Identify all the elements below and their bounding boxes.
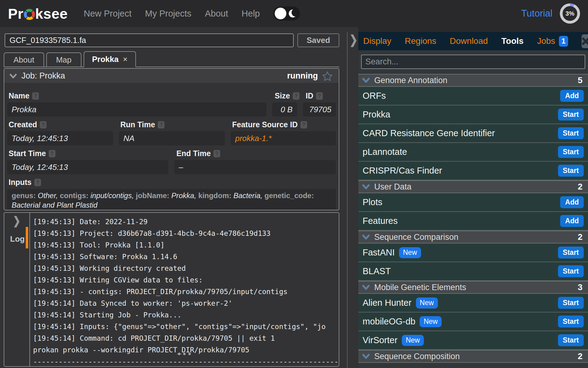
section-count: 3 [578, 282, 582, 292]
tutorial-link[interactable]: Tutorial [521, 8, 552, 19]
start-button-blast[interactable]: Start [558, 265, 584, 277]
tab-label: About [13, 55, 34, 65]
nav-link-about[interactable]: About [205, 9, 228, 19]
start-button-card-resistance-gene-identifier[interactable]: Start [558, 127, 584, 139]
log-rail: ❯ Log [4, 213, 29, 366]
favorite-star-icon[interactable] [322, 71, 333, 81]
add-button-orfs[interactable]: Add [560, 90, 584, 102]
sidebar-tab-label: Regions [405, 36, 436, 46]
expand-panel-chevron-icon[interactable]: ❯ [349, 32, 358, 47]
project-name-input[interactable] [5, 33, 294, 47]
add-button-features[interactable]: Add [560, 215, 584, 227]
job-fields: Name? Size? ID? Prokka 0 B 79705 [4, 83, 339, 210]
start-button-prokka[interactable]: Start [558, 109, 584, 121]
log-line: [19:45:14] Data Synced to worker: 'ps-wo… [33, 297, 339, 309]
chevron-down-icon [362, 184, 370, 190]
log-line: [19:45:13] Date: 2022-11-29 [33, 216, 339, 228]
log-line: [19:45:13] Software: Prokka 1.14.6 [33, 251, 339, 263]
tab-about[interactable]: About [4, 52, 44, 67]
nav-link-new-project[interactable]: New Project [84, 9, 131, 19]
sidebar-tab-tools[interactable]: Tools [501, 36, 524, 46]
tool-name: ORFs [363, 91, 386, 101]
tool-row-blast: BLASTStart [358, 262, 588, 281]
name-field-value[interactable]: Prokka [7, 102, 266, 117]
proksee-logo[interactable]: Pr ksee [8, 5, 68, 22]
tool-row-plots: PlotsAdd [358, 193, 588, 212]
input-value: input/contigs, [90, 191, 136, 200]
collapse-log-chevron-icon[interactable]: ❯ [13, 214, 21, 227]
tab-prokka[interactable]: Prokka× [84, 51, 136, 67]
sidebar-tab-jobs[interactable]: Jobs1 [537, 36, 568, 47]
tool-name: mobileOG-db [363, 316, 415, 327]
toggle-knob[interactable] [275, 8, 286, 19]
progress-ring[interactable]: 3% [560, 3, 580, 24]
tab-close-icon[interactable]: × [123, 55, 127, 64]
section-header-mobile-genetic-elements[interactable]: Mobile Genetic Elements3 [358, 281, 588, 294]
help-icon[interactable]: ? [158, 121, 164, 128]
new-badge: New [416, 297, 438, 309]
section-count: 2 [578, 351, 582, 361]
log-output[interactable]: [19:45:13] Date: 2022-11-29[19:45:13] Pr… [29, 213, 339, 366]
help-icon[interactable]: ? [32, 92, 39, 100]
job-panel-header[interactable]: Job: Prokka running [4, 69, 339, 83]
nav-link-help[interactable]: Help [242, 9, 260, 19]
proksee-app: Pr ksee New ProjectMy ProjectsAboutHelp … [0, 0, 588, 368]
sidebar-tab-label: Tools [501, 36, 524, 46]
section-header-user-data[interactable]: User Data2 [358, 180, 588, 193]
log-tab[interactable]: Log [10, 234, 25, 244]
sidebar-tab-display[interactable]: Display [363, 36, 391, 46]
sidebar-tabbar: DisplayRegionsDownloadToolsJobs1 [358, 32, 588, 50]
tab-label: Map [56, 55, 72, 65]
logo-text-pre: Pr [8, 5, 24, 22]
input-key: genus: [12, 191, 38, 200]
close-sidebar-button[interactable] [582, 34, 588, 48]
log-resize-handle[interactable] [178, 353, 191, 355]
job-status-badge: running [287, 71, 318, 81]
section-header-sequence-comparison[interactable]: Sequence Comparison2 [358, 231, 588, 243]
sidebar-tab-regions[interactable]: Regions [405, 36, 436, 46]
close-icon [582, 37, 588, 45]
size-field-value: 0 B [272, 102, 297, 117]
search-wrap [358, 50, 588, 74]
search-input[interactable] [361, 55, 585, 69]
help-icon[interactable]: ? [40, 121, 47, 128]
input-value: Bacterial and Plant Plastid [12, 201, 97, 209]
log-line: [19:45:13] Working directory created [33, 263, 339, 274]
start-button-plannotate[interactable]: Start [558, 146, 584, 158]
start-button-crispr-cas-finder[interactable]: Start [558, 165, 584, 177]
job-title: Job: Prokka [21, 71, 65, 81]
log-panel: ❯ Log [19:45:13] Date: 2022-11-29[19:45:… [4, 212, 339, 367]
tool-row-plannotate: pLannotateStart [358, 143, 588, 162]
size-field-label: Size? [275, 91, 306, 100]
help-icon[interactable]: ? [34, 179, 41, 186]
new-badge: New [402, 335, 424, 346]
help-icon[interactable]: ? [213, 150, 220, 157]
start-button-fastani[interactable]: Start [558, 247, 584, 259]
section-header-sequence-composition[interactable]: Sequence Composition2 [358, 350, 588, 363]
section-header-genome-annotation[interactable]: Genome Annotation5 [358, 74, 588, 87]
theme-toggle[interactable] [273, 6, 300, 21]
help-icon[interactable]: ? [49, 150, 55, 157]
inputs-field-label: Inputs? [9, 178, 41, 187]
created-field-label: Created? [9, 120, 120, 129]
start-button-alien-hunter[interactable]: Start [558, 297, 584, 309]
log-line: [19:45:14] Command: cd PROJECT_DIR/prokk… [33, 332, 339, 344]
section-title: User Data [374, 182, 412, 192]
sidebar-tab-download[interactable]: Download [450, 36, 488, 46]
start-button-virsorter[interactable]: Start [558, 334, 584, 346]
help-icon[interactable]: ? [300, 121, 307, 128]
add-button-plots[interactable]: Add [560, 196, 584, 208]
tool-name: VirSorter [363, 335, 398, 345]
log-line: [19:45:13] Writing CGView data to files: [33, 274, 339, 286]
section-count: 5 [578, 75, 582, 85]
saved-button[interactable]: Saved [297, 33, 339, 47]
panel-divider [347, 32, 348, 368]
help-icon[interactable]: ? [293, 92, 300, 100]
tab-map[interactable]: Map [46, 52, 81, 67]
section-count: 2 [578, 182, 582, 192]
main-nav: New ProjectMy ProjectsAboutHelp [84, 9, 260, 19]
nav-link-my-projects[interactable]: My Projects [145, 9, 191, 19]
name-field-label: Name? [9, 91, 275, 100]
help-icon[interactable]: ? [316, 92, 323, 100]
start-button-mobileog-db[interactable]: Start [558, 316, 584, 328]
